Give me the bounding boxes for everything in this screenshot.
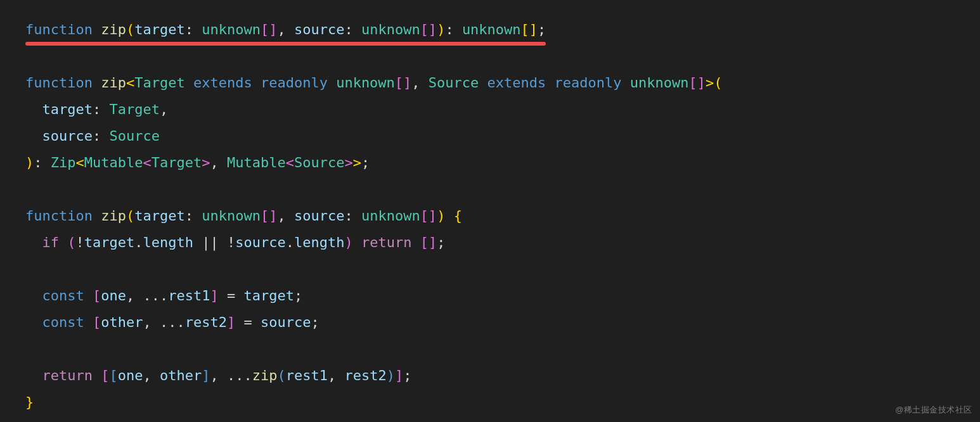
keyword-readonly: readonly: [555, 75, 622, 91]
keyword-readonly: readonly: [261, 75, 328, 91]
type-unknown: unknown: [361, 22, 420, 37]
var-target: target: [243, 288, 293, 304]
param-target: target: [42, 101, 93, 117]
type-source: Source: [294, 155, 344, 170]
keyword-if: if: [42, 234, 60, 250]
var-target: target: [84, 234, 134, 250]
error-underline: [25, 42, 546, 46]
type-param-target: Target: [134, 75, 184, 91]
var-rest2: rest2: [344, 368, 386, 383]
type-unknown: unknown: [361, 208, 420, 224]
var-one: one: [101, 288, 126, 304]
type-zip: Zip: [51, 155, 76, 170]
code-line-4: target: Target,: [25, 101, 168, 117]
prop-length: length: [143, 234, 193, 250]
code-line-9: if (!target.length || !source.length) re…: [25, 234, 445, 250]
keyword-return: return: [42, 368, 93, 383]
var-one: one: [118, 368, 143, 383]
code-line-6: ): Zip<Mutable<Target>, Mutable<Source>>…: [25, 155, 370, 170]
type-param-source: Source: [429, 75, 479, 91]
code-line-12: const [other, ...rest2] = source;: [25, 314, 319, 330]
param-target: target: [134, 208, 184, 224]
type-unknown: unknown: [202, 22, 261, 37]
prop-length: length: [294, 234, 344, 250]
return-type-unknown: unknown: [462, 22, 521, 37]
var-source: source: [235, 234, 285, 250]
param-source: source: [294, 208, 344, 224]
type-mutable: Mutable: [227, 155, 286, 170]
keyword-function: function: [25, 208, 93, 224]
function-name: zip: [101, 75, 126, 91]
code-line-14: return [[one, other], ...zip(rest1, rest…: [25, 368, 411, 383]
code-line-15: }: [25, 394, 34, 410]
function-name: zip: [101, 22, 126, 37]
var-other: other: [160, 368, 202, 383]
type-target: Target: [152, 155, 202, 170]
code-line-8: function zip(target: unknown[], source: …: [25, 208, 462, 224]
param-target: target: [134, 22, 184, 37]
param-source: source: [294, 22, 344, 37]
type-unknown: unknown: [630, 75, 689, 91]
type-unknown: unknown: [202, 208, 261, 224]
var-other: other: [101, 314, 143, 330]
code-block: function zip(target: unknown[], source: …: [0, 0, 980, 422]
type-unknown: unknown: [336, 75, 395, 91]
type-target: Target: [109, 101, 159, 117]
code-line-3: function zip<Target extends readonly unk…: [25, 75, 723, 91]
code-line-11: const [one, ...rest1] = target;: [25, 288, 302, 304]
type-mutable: Mutable: [84, 155, 143, 170]
watermark-text: @稀土掘金技术社区: [895, 404, 972, 416]
function-name: zip: [101, 208, 126, 224]
keyword-function: function: [25, 22, 93, 37]
code-line-5: source: Source: [25, 128, 160, 144]
keyword-const: const: [42, 314, 84, 330]
keyword-function: function: [25, 75, 93, 91]
keyword-extends: extends: [193, 75, 252, 91]
param-source: source: [42, 128, 93, 144]
type-source: Source: [109, 128, 159, 144]
keyword-return: return: [361, 234, 411, 250]
keyword-extends: extends: [487, 75, 546, 91]
keyword-const: const: [42, 288, 84, 304]
var-rest2: rest2: [185, 314, 227, 330]
var-rest1: rest1: [286, 368, 328, 383]
var-rest1: rest1: [168, 288, 210, 304]
var-source: source: [261, 314, 311, 330]
call-zip: zip: [252, 368, 278, 383]
code-line-1: function zip(target: unknown[], source: …: [25, 16, 546, 43]
